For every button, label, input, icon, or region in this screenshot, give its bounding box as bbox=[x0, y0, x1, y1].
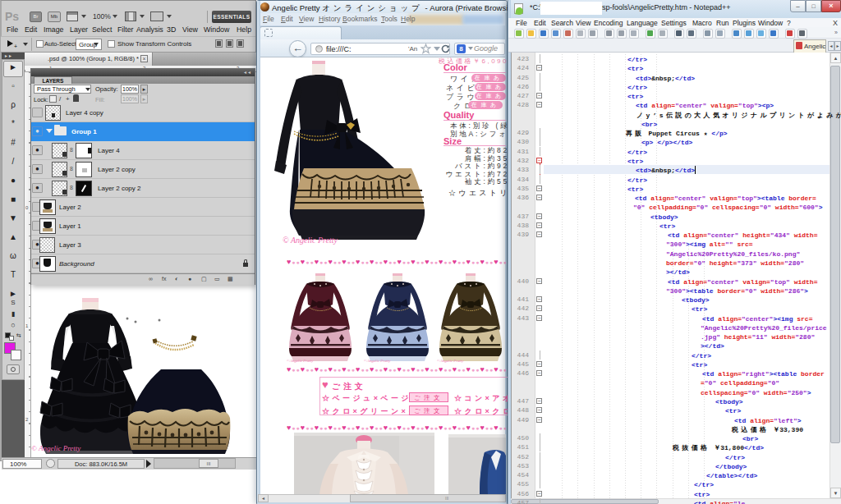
svg-text:©Angelic Pretty: ©Angelic Pretty bbox=[437, 359, 464, 363]
svg-text:© Angelic Pretty: © Angelic Pretty bbox=[31, 444, 80, 452]
svg-text:©Angelic Pretty: ©Angelic Pretty bbox=[364, 359, 391, 363]
svg-text:© Angelic Pretty: © Angelic Pretty bbox=[283, 236, 338, 245]
svg-text:©Angelic Pretty: ©Angelic Pretty bbox=[287, 359, 314, 363]
